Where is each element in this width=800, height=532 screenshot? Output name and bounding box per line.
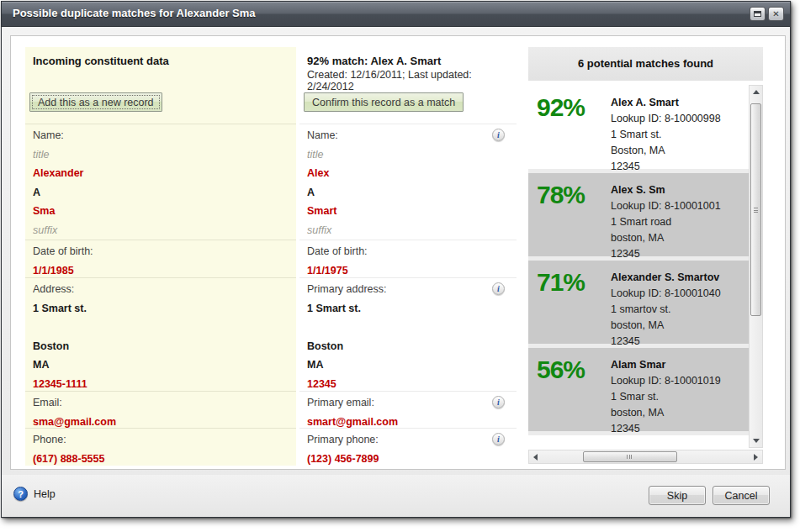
info-icon[interactable]: i [492,282,505,295]
match-percent: 92% [537,93,585,122]
incoming-address-section: Address: 1 Smart st. Boston MA 12345-111… [25,278,296,392]
info-icon[interactable]: i [492,433,505,445]
potential-matches-panel: 6 potential matches found 92% Alex A. Sm… [528,47,763,464]
street-value: 1 Smart st. [33,299,291,319]
match-street: 1 Smar st. [611,389,747,405]
incoming-name-section: Name: title Alexander A Sma suffix [25,124,296,240]
match-name: Alex S. Sm [611,182,747,198]
match-created-meta: Created: 12/16/2011; Last updated: 2/24/… [307,67,511,92]
match-lookup-id: Lookup ID: 8-10000998 [611,111,747,127]
name-label: Name: [33,126,291,145]
incoming-data-column: Incoming constituent data Add this as a … [25,47,296,466]
scroll-down-button[interactable] [750,435,762,447]
match-phone-section: Primary phone: i (123) 456-7899 [299,429,517,466]
email-label: Email: [33,393,291,413]
info-icon[interactable]: i [492,129,505,141]
state-value: MA [33,356,291,375]
email-value: smart@gmail.com [307,413,511,429]
restore-window-button[interactable] [750,7,766,21]
incoming-header-section: Incoming constituent data Add this as a … [25,47,296,124]
thumb-grip-icon [627,455,633,459]
phone-value: (617) 888-5555 [33,450,291,466]
matches-found-header: 6 potential matches found [528,47,763,81]
scroll-up-button[interactable] [750,86,762,98]
address-label: Primary address: [307,280,511,299]
middle-name-value: A [33,183,291,203]
incoming-email-section: Email: sma@gmail.com [25,392,296,429]
match-lookup-id: Lookup ID: 8-10001019 [611,373,747,389]
match-list-item[interactable]: 78% Alex S. Sm Lookup ID: 8-10001001 1 S… [528,173,749,261]
email-label: Primary email: [307,393,511,413]
matches-list-viewport: 92% Alex A. Smart Lookup ID: 8-10000998 … [528,84,763,464]
match-percent: 71% [537,268,585,297]
address-blank-line [33,318,291,337]
dob-label: Date of birth: [307,242,511,261]
match-name: Alam Smar [611,357,747,373]
suffix-placeholder: suffix [307,221,511,240]
title-bar: Possible duplicate matches for Alexander… [2,2,790,27]
help-link[interactable]: ? Help [13,487,56,501]
dob-value: 1/1/1985 [33,261,291,279]
match-lookup-id: Lookup ID: 8-10001040 [611,286,747,302]
match-record-column: 92% match: Alex A. Smart Created: 12/16/… [299,47,517,466]
match-list-item[interactable]: 92% Alex A. Smart Lookup ID: 8-10000998 … [528,86,749,173]
city-value: Boston [33,337,291,356]
match-email-section: Primary email: i smart@gmail.com [299,392,517,429]
vertical-scrollbar[interactable] [749,85,763,448]
match-percent: 56% [537,356,585,384]
dob-label: Date of birth: [33,242,291,261]
last-name-value: Sma [33,202,291,221]
cancel-button[interactable]: Cancel [713,486,770,505]
dialog-body: Incoming constituent data Add this as a … [2,27,790,517]
match-list-item[interactable]: 71% Alexander S. Smartov Lookup ID: 8-10… [528,261,749,348]
match-header: 92% match: Alex A. Smart [307,47,511,67]
incoming-dob-section: Date of birth: 1/1/1985 [25,240,296,278]
horizontal-scrollbar[interactable] [528,450,763,464]
duplicate-match-dialog: Possible duplicate matches for Alexander… [1,1,791,518]
phone-label: Phone: [33,430,291,450]
arrow-right-icon [754,454,758,461]
match-city-state: boston, MA [611,405,747,421]
close-icon: ✕ [772,9,779,18]
match-details: Alex S. Sm Lookup ID: 8-10001001 1 Smart… [611,182,747,262]
thumb-grip-icon [754,208,758,213]
confirm-match-button[interactable]: Confirm this record as a match [304,92,464,112]
match-list-item[interactable]: 56% Alam Smar Lookup ID: 8-10001019 1 Sm… [528,348,749,435]
email-value: sma@gmail.com [33,413,291,429]
match-name-section: Name: i title Alex A Smart suffix [299,124,517,240]
add-new-record-button[interactable]: Add this as a new record [29,92,162,112]
suffix-placeholder: suffix [33,221,291,240]
state-value: MA [307,356,511,375]
match-name: Alex A. Smart [611,95,747,111]
help-icon: ? [13,487,28,501]
match-city-state: boston, MA [611,318,747,334]
dialog-footer: ? Help Skip Cancel [2,475,790,517]
address-label: Address: [33,280,291,299]
match-percent: 78% [537,181,585,209]
match-name: Alexander S. Smartov [611,270,747,286]
scroll-left-button[interactable] [529,450,542,463]
close-window-button[interactable]: ✕ [768,7,784,21]
arrow-up-icon [753,90,760,94]
comparison-panel: Incoming constituent data Add this as a … [10,35,786,470]
vertical-scrollbar-thumb[interactable] [750,103,761,316]
dob-value: 1/1/1975 [307,261,511,279]
zip-value: 12345-1111 [33,375,291,392]
match-lookup-id: Lookup ID: 8-10001001 [611,198,747,214]
match-street: 1 smartov st. [611,302,747,318]
match-city-state: boston, MA [611,230,747,246]
match-dob-section: Date of birth: 1/1/1975 [299,240,517,278]
dialog-title: Possible duplicate matches for Alexander… [13,7,256,19]
incoming-header: Incoming constituent data [33,47,291,67]
footer-buttons: Skip Cancel [649,486,770,505]
last-name-value: Smart [307,202,511,221]
horizontal-scrollbar-thumb[interactable] [583,451,677,462]
arrow-down-icon [753,439,760,443]
scroll-right-button[interactable] [750,450,762,463]
match-details: Alexander S. Smartov Lookup ID: 8-100010… [611,270,747,350]
skip-button[interactable]: Skip [649,486,706,505]
match-city-state: Boston, MA [611,143,747,159]
middle-name-value: A [307,183,511,203]
title-placeholder: title [307,145,511,165]
info-icon[interactable]: i [492,396,505,408]
